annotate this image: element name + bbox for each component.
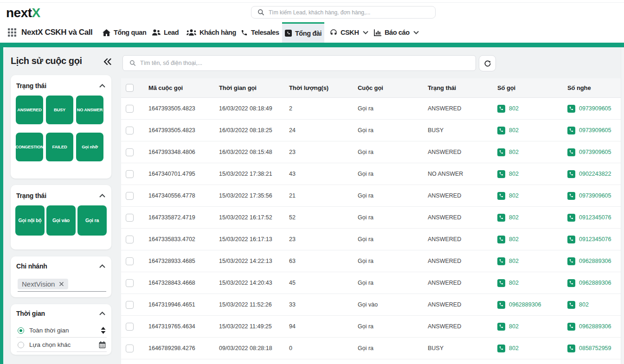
cell-call-time: 15/03/2022 16:17:52 — [219, 214, 289, 221]
table-row[interactable]: 1646789298.4276 09/03/2022 08:28:18 0 Gọ… — [121, 338, 624, 359]
table-row[interactable]: 1647393505.4823 16/03/2022 08:18:25 24 G… — [121, 120, 624, 141]
chevron-up-icon[interactable] — [99, 194, 105, 198]
filter-button-goi-vao[interactable]: Gọi vào — [46, 205, 76, 236]
callee-number[interactable]: 0973909605 — [579, 127, 611, 134]
caller-number[interactable]: 802 — [509, 323, 519, 330]
callee-number[interactable]: 0912345076 — [579, 214, 611, 221]
caller-number[interactable]: 802 — [509, 149, 519, 155]
table-row[interactable]: 1647328843.4668 15/03/2022 14:20:43 45 G… — [121, 272, 624, 294]
row-checkbox[interactable] — [126, 301, 134, 309]
branch-input[interactable]: NextVision — [18, 279, 106, 292]
phone-badge-icon — [567, 301, 575, 309]
row-checkbox[interactable] — [126, 279, 134, 287]
select-all-checkbox[interactable] — [126, 84, 134, 92]
refresh-button[interactable] — [479, 55, 496, 71]
nav-item-tong-dai[interactable]: Tổng đài — [282, 22, 324, 43]
filter-button-failed[interactable]: FAILED — [46, 133, 73, 161]
caller-number[interactable]: 802 — [509, 105, 519, 112]
collapse-sidebar-icon[interactable] — [103, 57, 112, 66]
row-checkbox[interactable] — [126, 345, 134, 352]
brand-logo[interactable]: nextX — [6, 6, 40, 20]
table-row[interactable]: 1647393505.4823 16/03/2022 08:18:49 2 Gọ… — [121, 98, 624, 120]
table-row[interactable]: 1647319946.4651 15/03/2022 11:52:26 33 G… — [121, 294, 624, 316]
cell-call-type: Gọi ra — [358, 105, 428, 112]
callee-number[interactable]: 0962889306 — [579, 258, 611, 264]
radio-unselected-icon[interactable] — [18, 342, 24, 348]
cell-call-type: Gọi ra — [358, 323, 428, 330]
callee-number[interactable]: 0858752959 — [579, 345, 611, 351]
scrollbar-track[interactable] — [621, 47, 624, 364]
callee-number[interactable]: 0973909605 — [579, 192, 611, 199]
table-row[interactable]: 1647393348.4806 16/03/2022 08:15:48 23 G… — [121, 141, 624, 163]
row-checkbox[interactable] — [126, 257, 134, 265]
callee-number[interactable]: 0962889306 — [579, 323, 611, 330]
row-checkbox[interactable] — [126, 148, 134, 156]
row-checkbox[interactable] — [126, 105, 134, 113]
table-row[interactable]: 1647335833.4702 15/03/2022 16:17:13 23 G… — [121, 229, 624, 250]
column-header: Mã cuộc gọi — [148, 84, 219, 91]
cell-callee-number: 0962889306 — [567, 279, 624, 287]
time-option-all[interactable]: Toàn thời gian — [17, 324, 107, 338]
callee-number[interactable]: 0973909605 — [579, 105, 611, 112]
callee-number[interactable]: 802 — [579, 301, 589, 308]
table-row[interactable]: 1647335872.4719 15/03/2022 16:17:52 52 G… — [121, 207, 624, 229]
cell-duration: 45 — [289, 280, 358, 286]
grid-icon[interactable] — [8, 28, 16, 37]
remove-tag-icon[interactable] — [59, 281, 64, 287]
filter-button-goi-nho[interactable]: Gọi nhỡ — [76, 133, 103, 161]
chevron-up-icon[interactable] — [99, 264, 105, 268]
caller-number[interactable]: 802 — [509, 345, 519, 351]
caller-number[interactable]: 0962889306 — [509, 301, 541, 308]
nav-item-bao-cao[interactable]: Báo cáo — [374, 22, 419, 43]
sort-icon[interactable] — [101, 327, 106, 334]
row-checkbox[interactable] — [126, 236, 134, 243]
row-checkbox[interactable] — [126, 127, 134, 134]
caller-number[interactable]: 802 — [509, 236, 519, 243]
caller-number[interactable]: 802 — [509, 258, 519, 264]
table-search-input[interactable] — [140, 60, 476, 66]
caller-number[interactable]: 802 — [509, 192, 519, 199]
table-row[interactable]: 1647340556.4778 15/03/2022 17:35:56 21 G… — [121, 185, 624, 207]
nav-item-lead[interactable]: Lead — [152, 22, 179, 43]
callee-number[interactable]: 0902243822 — [579, 171, 611, 177]
filter-button-answered[interactable]: ANSWERED — [16, 96, 43, 124]
time-option-other[interactable]: Lựa chọn khác — [17, 338, 107, 352]
caller-number[interactable]: 802 — [509, 127, 519, 134]
row-checkbox[interactable] — [126, 170, 134, 178]
filter-button-goi-ra[interactable]: Gọi ra — [77, 205, 107, 236]
table-row[interactable]: 1647328933.4685 15/03/2022 14:22:13 63 G… — [121, 250, 624, 272]
search-icon — [257, 9, 264, 16]
app-switcher[interactable]: NextX CSKH và Call — [8, 22, 92, 43]
caller-number[interactable]: 802 — [509, 171, 519, 177]
table-row[interactable]: 1647340701.4795 15/03/2022 17:38:21 43 G… — [121, 163, 624, 185]
filter-button-busy[interactable]: BUSY — [46, 96, 73, 124]
global-search-input[interactable] — [269, 9, 435, 16]
caller-number[interactable]: 802 — [509, 280, 519, 286]
filter-button-goi-noi-bo[interactable]: Gọi nội bộ — [15, 205, 45, 236]
radio-selected-icon[interactable] — [18, 327, 24, 334]
cell-call-id: 1646789298.4276 — [148, 345, 219, 351]
caller-number[interactable]: 802 — [509, 214, 519, 221]
nav-item-cskh[interactable]: CSKH — [330, 22, 368, 43]
chevron-up-icon[interactable] — [99, 84, 105, 88]
headset-icon — [330, 29, 337, 36]
nav-item-tong-quan[interactable]: Tổng quan — [103, 22, 147, 43]
cell-caller-number: 802 — [497, 345, 567, 352]
chevron-up-icon[interactable] — [99, 312, 105, 315]
callee-number[interactable]: 0912345076 — [579, 236, 611, 243]
call-history-table: Mã cuộc gọi Thời gian gọi Thời lượng(s) … — [121, 78, 624, 364]
filter-button-congestion[interactable]: CONGESTION — [16, 133, 43, 161]
cell-call-time: 15/03/2022 17:38:21 — [219, 171, 289, 177]
row-checkbox[interactable] — [126, 192, 134, 200]
row-checkbox[interactable] — [126, 214, 134, 222]
nav-item-telesales[interactable]: Telesales — [241, 22, 279, 43]
filter-button-no-answer[interactable]: NO ANSWER — [76, 96, 103, 124]
calendar-icon[interactable] — [99, 341, 106, 349]
row-checkbox[interactable] — [126, 323, 134, 331]
callee-number[interactable]: 0962889306 — [579, 280, 611, 286]
nav-item-khach-hang[interactable]: Khách hàng — [187, 22, 236, 43]
callee-number[interactable]: 0973909605 — [579, 149, 611, 155]
table-row[interactable]: 1647319765.4634 15/03/2022 11:49:25 94 G… — [121, 316, 624, 338]
phone-badge-icon — [567, 170, 575, 178]
panel-title: Thời gian — [16, 310, 45, 317]
